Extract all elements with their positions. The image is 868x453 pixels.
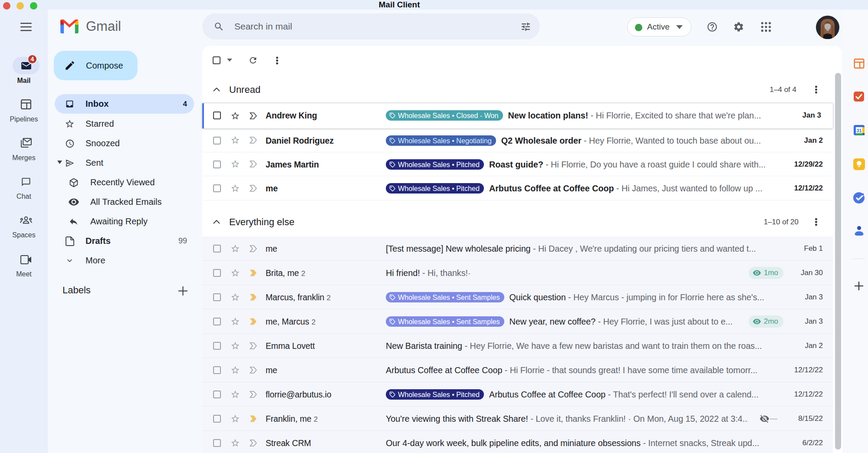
svg-text:31: 31 (856, 128, 861, 133)
